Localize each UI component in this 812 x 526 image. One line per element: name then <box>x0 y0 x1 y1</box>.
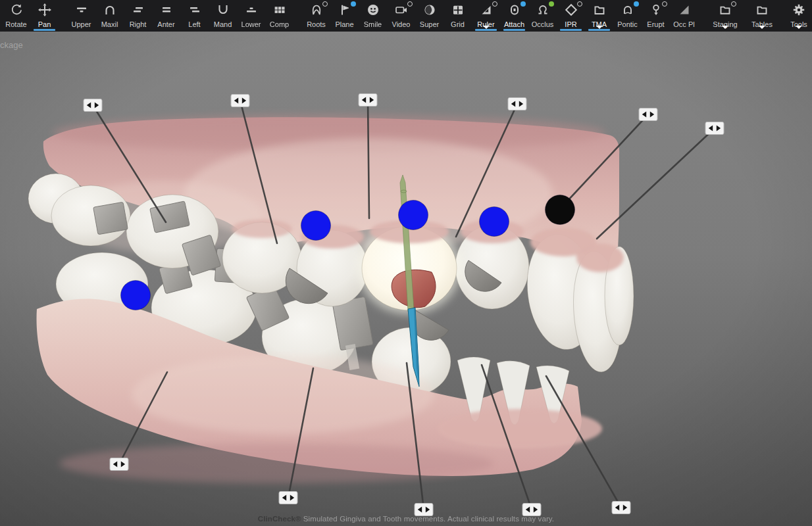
tooth-movement-marker[interactable] <box>359 94 377 107</box>
state-indicator-ring <box>492 1 497 7</box>
attachment-icon <box>507 3 522 20</box>
marker-box[interactable] <box>522 504 541 516</box>
toolbar-item-video[interactable]: Video <box>387 0 415 32</box>
pontic-icon <box>621 3 635 20</box>
toolbar-item-label: Lower <box>241 20 261 28</box>
state-indicator-ring <box>577 1 582 7</box>
marker-box[interactable] <box>231 95 249 107</box>
active-underline <box>34 29 55 31</box>
marker-box[interactable] <box>705 122 724 135</box>
left-view-icon <box>188 3 202 20</box>
tooth-movement-marker[interactable] <box>231 95 249 107</box>
toolbar-item-ruler[interactable]: Ruler <box>472 0 500 32</box>
toolbar-item-maxil[interactable]: Maxil <box>95 0 124 32</box>
tooth-movement-marker[interactable] <box>508 98 526 110</box>
toolbar-item-upper[interactable]: Upper <box>67 0 95 32</box>
compare-grid-icon <box>272 3 287 20</box>
tables-folder-icon <box>755 3 769 20</box>
state-indicator-green-dot <box>549 1 554 7</box>
marker-box[interactable] <box>639 108 657 121</box>
toolbar-item-label: Maxil <box>101 20 118 28</box>
toolbar-item-lower[interactable]: Lower <box>237 0 265 32</box>
tooth-movement-marker[interactable] <box>705 122 724 135</box>
main-toolbar: RotatePanUpperMaxilRightAnterLeftMandLow… <box>0 0 812 32</box>
right-view-icon <box>131 3 145 20</box>
toolbar-item-staging[interactable]: Staging <box>707 0 744 32</box>
marker-box[interactable] <box>612 502 630 514</box>
tooth-movement-marker[interactable] <box>110 458 128 471</box>
marker-box[interactable] <box>415 504 433 516</box>
toolbar-item-pan[interactable]: Pan <box>30 0 59 32</box>
toolbar-item-comp[interactable]: Comp <box>265 0 293 32</box>
disclaimer-text: Simulated Gingiva and Tooth movements. A… <box>301 515 555 523</box>
state-indicator-ring <box>662 1 667 7</box>
toolbar-item-label: Pontic <box>617 20 638 28</box>
tooth-movement-marker[interactable] <box>639 108 657 121</box>
marker-box[interactable] <box>84 99 102 112</box>
toolbar-item-occ-pl[interactable]: Occ Pl <box>670 0 698 32</box>
toolbar-item-plane[interactable]: Plane <box>330 0 359 32</box>
toolbar-item-label: Grid <box>451 20 465 28</box>
marker-box[interactable] <box>359 94 377 107</box>
toolbar-item-label: Mand <box>214 20 232 28</box>
gear-icon <box>792 3 806 20</box>
toolbar-item-mand[interactable]: Mand <box>209 0 237 32</box>
toolbar-item-ipr[interactable]: IPR <box>557 0 585 32</box>
toolbar-item-label: Upper <box>72 20 91 28</box>
toolbar-item-right[interactable]: Right <box>124 0 152 32</box>
toolbar-item-left[interactable]: Left <box>180 0 209 32</box>
mandible-arch-icon <box>216 3 230 20</box>
attachment-indicator-dot-black[interactable] <box>546 195 575 225</box>
active-underline <box>503 29 525 31</box>
toolbar-item-label: Smile <box>364 20 382 28</box>
tooth-movement-marker[interactable] <box>415 504 433 516</box>
marker-box[interactable] <box>508 98 526 110</box>
state-indicator-blue-dot <box>634 1 639 7</box>
state-indicator-ring <box>322 1 328 7</box>
grid-icon <box>451 3 465 20</box>
clincheck-3d-canvas[interactable] <box>0 0 812 526</box>
toolbar-item-tools[interactable]: Tools <box>780 0 812 32</box>
marker-box[interactable] <box>279 492 297 504</box>
smile-icon <box>366 3 380 20</box>
toolbar-item-grid[interactable]: Grid <box>444 0 472 32</box>
toolbar-item-super[interactable]: Super <box>415 0 444 32</box>
tooth-movement-marker[interactable] <box>84 99 102 112</box>
tooth-movement-marker[interactable] <box>612 502 630 514</box>
toolbar-item-rotate[interactable]: Rotate <box>2 0 30 32</box>
toolbar-item-label: Super <box>420 20 439 28</box>
state-indicator-ring <box>407 1 413 7</box>
plane-flag-icon <box>338 3 352 20</box>
chevron-down-icon <box>722 26 728 29</box>
marker-box[interactable] <box>110 458 128 471</box>
pan-icon <box>38 3 52 20</box>
attachment-indicator-dot-blue[interactable] <box>121 281 151 310</box>
toolbar-item-tables[interactable]: Tables <box>744 0 780 32</box>
disclaimer-brand: ClinCheck® <box>258 515 301 523</box>
state-indicator-ring <box>731 1 736 7</box>
tooth-movement-marker[interactable] <box>522 504 541 516</box>
active-underline <box>475 29 497 31</box>
toolbar-item-anter[interactable]: Anter <box>152 0 180 32</box>
toolbar-item-erupt[interactable]: Erupt <box>642 0 670 32</box>
tooth-movement-marker[interactable] <box>279 492 297 504</box>
attachment-indicator-dot-blue[interactable] <box>399 201 428 230</box>
toolbar-item-smile[interactable]: Smile <box>359 0 387 32</box>
attachment-indicator-dot-blue[interactable] <box>480 207 509 237</box>
toolbar-item-label: IPR <box>565 20 576 28</box>
active-underline <box>588 29 610 31</box>
truncated-package-label: ckage <box>0 40 23 50</box>
attachment-indicator-dot-blue[interactable] <box>301 211 331 241</box>
active-underline <box>560 29 582 31</box>
toolbar-item-pontic[interactable]: Pontic <box>613 0 642 32</box>
occlusal-plane-icon <box>677 3 692 20</box>
toolbar-item-tma[interactable]: TMA <box>585 0 613 32</box>
staging-folder-icon <box>718 3 732 20</box>
tma-folder-icon <box>592 3 607 20</box>
toolbar-item-label: Occ Pl <box>673 20 694 28</box>
toolbar-item-occlus[interactable]: Occlus <box>528 0 557 32</box>
superimpose-icon <box>422 3 437 20</box>
toolbar-item-label: Roots <box>307 20 326 28</box>
toolbar-item-attach[interactable]: Attach <box>500 0 528 32</box>
toolbar-item-roots[interactable]: Roots <box>302 0 330 32</box>
